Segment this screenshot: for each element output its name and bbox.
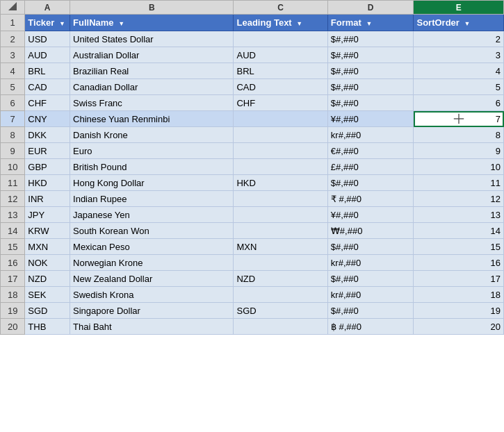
cell-ticker[interactable]: CHF	[25, 95, 70, 111]
cell-leading-text[interactable]	[234, 207, 327, 223]
cell-leading-text[interactable]	[234, 319, 327, 335]
cell-fullname[interactable]: Singapore Dollar	[70, 303, 234, 319]
fullname-filter-icon[interactable]: ▼	[118, 20, 124, 27]
cell-leading-text[interactable]	[234, 191, 327, 207]
format-filter-icon[interactable]: ▼	[366, 20, 373, 27]
cell-sort-order[interactable]: 18	[414, 287, 504, 303]
header-fullname[interactable]: FullName ▼	[70, 15, 234, 31]
cell-ticker[interactable]: GBP	[25, 159, 70, 175]
cell-ticker[interactable]: THB	[25, 319, 70, 335]
cell-sort-order[interactable]: 7	[414, 111, 504, 127]
header-ticker[interactable]: Ticker ▼	[25, 15, 70, 31]
cell-leading-text[interactable]: CAD	[234, 79, 327, 95]
cell-leading-text[interactable]	[234, 127, 327, 143]
cell-format[interactable]: $#,##0	[327, 175, 414, 191]
cell-format[interactable]: $#,##0	[327, 303, 414, 319]
cell-leading-text[interactable]: CHF	[234, 95, 327, 111]
cell-fullname[interactable]: Brazilian Real	[70, 63, 234, 79]
cell-ticker[interactable]: JPY	[25, 207, 70, 223]
cell-fullname[interactable]: Australian Dollar	[70, 47, 234, 63]
cell-sort-order[interactable]: 2	[414, 31, 504, 47]
cell-fullname[interactable]: Mexican Peso	[70, 239, 234, 255]
cell-sort-order[interactable]: 13	[414, 207, 504, 223]
cell-format[interactable]: $#,##0	[327, 79, 414, 95]
cell-ticker[interactable]: BRL	[25, 63, 70, 79]
cell-leading-text[interactable]: MXN	[234, 239, 327, 255]
header-leading-text[interactable]: Leading Text ▼	[234, 15, 327, 31]
leading-text-filter-icon[interactable]: ▼	[296, 20, 302, 27]
col-header-d[interactable]: D	[327, 1, 414, 15]
cell-format[interactable]: kr#,##0	[327, 255, 414, 271]
col-header-c[interactable]: C	[234, 1, 327, 15]
cell-fullname[interactable]: Hong Kong Dollar	[70, 175, 234, 191]
cell-sort-order[interactable]: 16	[414, 255, 504, 271]
cell-leading-text[interactable]	[234, 111, 327, 127]
cell-sort-order[interactable]: 6	[414, 95, 504, 111]
cell-sort-order[interactable]: 8	[414, 127, 504, 143]
cell-format[interactable]: kr#,##0	[327, 287, 414, 303]
cell-sort-order[interactable]: 19	[414, 303, 504, 319]
cell-sort-order[interactable]: 9	[414, 143, 504, 159]
cell-leading-text[interactable]	[234, 287, 327, 303]
cell-sort-order[interactable]: 10	[414, 159, 504, 175]
cell-ticker[interactable]: USD	[25, 31, 70, 47]
cell-leading-text[interactable]: NZD	[234, 271, 327, 287]
cell-format[interactable]: £#,##0	[327, 159, 414, 175]
cell-leading-text[interactable]: AUD	[234, 47, 327, 63]
cell-ticker[interactable]: EUR	[25, 143, 70, 159]
cell-format[interactable]: ¥#,##0	[327, 111, 414, 127]
cell-ticker[interactable]: NZD	[25, 271, 70, 287]
cell-fullname[interactable]: South Korean Won	[70, 223, 234, 239]
header-format[interactable]: Format ▼	[327, 15, 414, 31]
cell-format[interactable]: ¥#,##0	[327, 207, 414, 223]
sort-order-filter-icon[interactable]: ▼	[464, 20, 471, 27]
col-header-e[interactable]: E	[414, 1, 504, 15]
cell-format[interactable]: $#,##0	[327, 271, 414, 287]
cell-sort-order[interactable]: 11	[414, 175, 504, 191]
cell-sort-order[interactable]: 3	[414, 47, 504, 63]
cell-format[interactable]: $#,##0	[327, 95, 414, 111]
cell-fullname[interactable]: Canadian Dollar	[70, 79, 234, 95]
cell-format[interactable]: $#,##0	[327, 63, 414, 79]
cell-leading-text[interactable]	[234, 255, 327, 271]
cell-fullname[interactable]: Thai Baht	[70, 319, 234, 335]
cell-leading-text[interactable]: SGD	[234, 303, 327, 319]
cell-leading-text[interactable]	[234, 223, 327, 239]
cell-ticker[interactable]: MXN	[25, 239, 70, 255]
cell-sort-order[interactable]: 15	[414, 239, 504, 255]
cell-sort-order[interactable]: 20	[414, 319, 504, 335]
cell-fullname[interactable]: New Zealand Dollar	[70, 271, 234, 287]
cell-leading-text[interactable]	[234, 143, 327, 159]
cell-sort-order[interactable]: 4	[414, 63, 504, 79]
cell-fullname[interactable]: Danish Krone	[70, 127, 234, 143]
cell-fullname[interactable]: Swedish Krona	[70, 287, 234, 303]
cell-ticker[interactable]: CAD	[25, 79, 70, 95]
cell-fullname[interactable]: Norwegian Krone	[70, 255, 234, 271]
col-header-b[interactable]: B	[70, 1, 234, 15]
cell-format[interactable]: $#,##0	[327, 31, 414, 47]
cell-fullname[interactable]: Chinese Yuan Renminbi	[70, 111, 234, 127]
cell-format[interactable]: $#,##0	[327, 47, 414, 63]
cell-leading-text[interactable]: BRL	[234, 63, 327, 79]
cell-format[interactable]: kr#,##0	[327, 127, 414, 143]
cell-fullname[interactable]: Japanese Yen	[70, 207, 234, 223]
cell-ticker[interactable]: AUD	[25, 47, 70, 63]
col-header-a[interactable]: A	[25, 1, 70, 15]
cell-format[interactable]: $#,##0	[327, 239, 414, 255]
cell-leading-text[interactable]	[234, 31, 327, 47]
cell-fullname[interactable]: Swiss Franc	[70, 95, 234, 111]
cell-format[interactable]: ₩#,##0	[327, 223, 414, 239]
cell-fullname[interactable]: Euro	[70, 143, 234, 159]
cell-fullname[interactable]: United States Dollar	[70, 31, 234, 47]
cell-ticker[interactable]: HKD	[25, 175, 70, 191]
cell-format[interactable]: €#,##0	[327, 143, 414, 159]
cell-fullname[interactable]: Indian Rupee	[70, 191, 234, 207]
cell-sort-order[interactable]: 14	[414, 223, 504, 239]
cell-ticker[interactable]: SGD	[25, 303, 70, 319]
cell-format[interactable]: ₹ #,##0	[327, 191, 414, 207]
cell-leading-text[interactable]: HKD	[234, 175, 327, 191]
cell-format[interactable]: ฿ #,##0	[327, 319, 414, 335]
cell-ticker[interactable]: KRW	[25, 223, 70, 239]
cell-ticker[interactable]: CNY	[25, 111, 70, 127]
cell-ticker[interactable]: DKK	[25, 127, 70, 143]
